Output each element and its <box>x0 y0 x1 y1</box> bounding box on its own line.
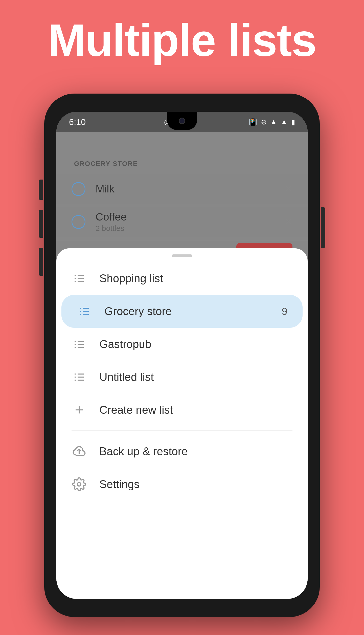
list-icon-grocery <box>77 304 92 319</box>
vibrate-icon: 📳 <box>248 118 257 126</box>
item-delete-milk[interactable]: ✕ <box>284 183 292 194</box>
backup-label: Back up & restore <box>99 445 292 458</box>
list-icon-untitled <box>72 369 87 385</box>
phone-button-volume-up <box>39 210 43 238</box>
list-icon-shopping <box>72 271 87 286</box>
bottom-sheet-handle <box>172 254 192 257</box>
phone-shell: 6:10 ◎ 📳 ⊖ ▲ ▲ ▮ GROCERY STORE Milk ✕ <box>44 94 320 617</box>
item-delete-coffee[interactable]: ✕ <box>284 216 292 227</box>
phone-screen: 6:10 ◎ 📳 ⊖ ▲ ▲ ▮ GROCERY STORE Milk ✕ <box>56 112 308 599</box>
sheet-item-create-new[interactable]: Create new list <box>56 393 308 426</box>
sheet-divider <box>72 430 292 431</box>
list-item-milk[interactable]: Milk ✕ <box>56 174 308 204</box>
svg-point-26 <box>77 483 81 486</box>
signal-icon: ▲ <box>281 118 288 126</box>
sheet-item-settings[interactable]: Settings <box>56 468 308 501</box>
gastropub-label: Gastropub <box>99 338 292 351</box>
gear-icon <box>72 477 87 492</box>
phone-button-volume-down <box>39 248 43 276</box>
sheet-item-shopping-list[interactable]: Shopping list <box>56 262 308 295</box>
sheet-item-gastropub[interactable]: Gastropub <box>56 328 308 361</box>
create-new-label: Create new list <box>99 404 292 416</box>
item-checkbox-coffee[interactable] <box>72 215 85 229</box>
item-name-milk: Milk <box>96 183 284 195</box>
app-list-label: GROCERY STORE <box>74 160 138 168</box>
wifi-icon: ▲ <box>270 118 277 126</box>
sheet-item-grocery-store[interactable]: Grocery store 9 <box>61 295 303 328</box>
untitled-list-label: Untitled list <box>99 371 292 383</box>
camera-dot <box>179 118 185 124</box>
grocery-store-label: Grocery store <box>104 305 282 318</box>
bottom-sheet: Shopping list Grocery store 9 <box>56 248 308 599</box>
list-icon-gastropub <box>72 337 87 352</box>
battery-icon: ▮ <box>291 118 295 126</box>
status-time: 6:10 <box>69 117 86 127</box>
item-sub-coffee: 2 bottles <box>96 224 284 233</box>
item-text-milk: Milk <box>96 183 284 195</box>
hero-title: Multiple lists <box>0 15 364 65</box>
shopping-list-label: Shopping list <box>99 272 292 285</box>
item-checkbox-milk[interactable] <box>72 182 85 196</box>
plus-icon <box>72 402 87 418</box>
list-item-coffee[interactable]: Coffee 2 bottles ✕ <box>56 207 308 237</box>
dnd-icon: ⊖ <box>261 118 267 126</box>
sheet-item-backup[interactable]: Back up & restore <box>56 435 308 468</box>
phone-button-left-top <box>39 180 43 200</box>
item-text-coffee: Coffee 2 bottles <box>96 211 284 233</box>
phone-button-power <box>321 207 325 248</box>
cloud-upload-icon <box>72 444 87 459</box>
settings-label: Settings <box>99 478 292 491</box>
status-icons: 📳 ⊖ ▲ ▲ ▮ <box>248 118 295 126</box>
phone-camera-area <box>167 112 197 130</box>
sheet-item-untitled-list[interactable]: Untitled list <box>56 361 308 393</box>
item-name-coffee: Coffee <box>96 211 284 223</box>
grocery-store-count: 9 <box>282 306 287 317</box>
